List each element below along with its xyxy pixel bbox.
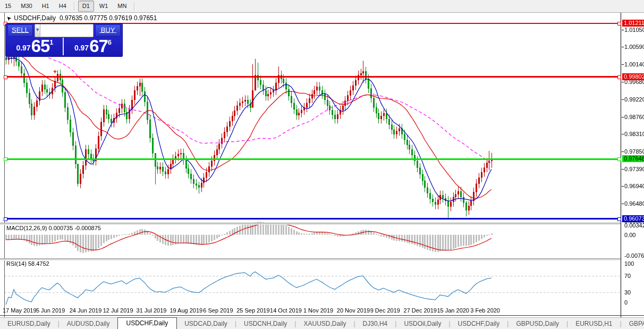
price-axis-label: 1.00140 [624,61,644,68]
date-axis-label: 31 Jul 2019 [137,307,167,314]
sell-price-display: 0.97 65 1 [7,38,64,55]
price-axis-label: 0.97390 [624,166,644,172]
chart-tab-dj30-h4[interactable]: DJ30,H4 [355,318,395,329]
rsi-axis-label: 100 [624,260,634,267]
plot-area [4,13,621,318]
sell-button-label: SELL [12,26,29,34]
chart-tab-audusd-daily[interactable]: AUDUSD,Daily [60,318,117,329]
chart-ohlc: 0.97635 0.97775 0.97619 0.97651 [60,14,157,22]
date-axis-label: 24 Jun 2019 [70,307,102,314]
timeframe-button-w1[interactable]: W1 [95,1,113,12]
volume-control: ▼ ▲ [35,24,94,37]
price-axis-label: 0.96480 [624,200,644,207]
resistance-line-handle[interactable] [4,75,7,79]
chart-bottom-border [0,315,644,316]
price-axis-label: 1.01050 [624,27,644,33]
support-line-handle[interactable] [617,217,621,221]
price-axis[interactable]: 1.010501.005901.001400.996800.992200.987… [621,13,644,318]
chart-tab-eurusd-h1[interactable]: EURUSD,H1 [568,318,620,329]
macd-axis-label: 0.003428 [624,222,644,229]
bid-price-line[interactable] [4,158,621,160]
rsi-axis-label: 30 [624,289,631,296]
bid-price-line-handle[interactable] [617,157,621,161]
timeframe-button-15[interactable]: 15 [1,1,15,12]
date-axis-label: 9 Dec 2019 [370,307,400,314]
timeframe-button-d1[interactable]: D1 [78,1,94,12]
chart-title: ➤ USDCHF,Daily 0.97635 0.97775 0.97619 0… [6,14,157,22]
price-axis-label: 1.00590 [624,44,644,50]
chart-tab-bar: EURUSD,Daily|AUDUSD,DailyUSDCHF,DailyUSD… [0,317,644,329]
volume-input[interactable] [40,24,94,37]
rsi-axis-label: 0 [624,299,628,306]
support-line[interactable] [4,218,621,220]
buy-price-display: 0.97 67 6 [65,38,121,55]
sell-price-prefix: 0.97 [16,44,30,52]
date-axis-label: 19 Aug 2019 [170,307,202,314]
volume-decrease-button[interactable]: ▼ [35,24,40,37]
date-axis-label: 25 Sep 2019 [236,307,269,314]
timeframe-button-m30[interactable]: M30 [16,1,36,12]
price-level-badge: 0.99802 [622,73,644,80]
chart-pointer-icon: ➤ [5,14,13,22]
sell-price-pip: 1 [49,38,53,46]
toolbar-separator [74,2,75,11]
price-level-badge: 0.96073 [622,215,644,222]
cross-marker[interactable]: + [53,68,57,75]
sell-button[interactable]: SELL [7,24,33,37]
date-axis-label: 5 Jun 2019 [36,307,65,314]
resistance-line-upper-handle[interactable] [617,22,621,26]
chart-tab-usdoil-daily[interactable]: USDOil,Daily [396,318,448,329]
resistance-line-handle[interactable] [617,75,621,79]
chart-tab-xauusd-daily[interactable]: XAUUSD,Daily [296,318,353,329]
chart-tab-usdcad-daily[interactable]: USDCAD,Daily [177,318,235,329]
support-line-handle[interactable] [4,217,7,221]
macd-label: MACD(12,26,9) 0.000735 -0.000875 [6,225,101,231]
chart-tab-eurusd-daily[interactable]: EURUSD,Daily [0,318,58,329]
timeframe-button-mn[interactable]: MN [113,1,131,12]
buy-price-big: 67 [89,38,108,54]
sell-price-big: 65 [31,38,50,54]
rsi-pane-separator[interactable] [0,258,621,260]
price-axis-label: 0.99220 [624,96,644,103]
buy-price-prefix: 0.97 [74,44,89,52]
timeframe-toolbar: 15M30H1H4D1W1MN [0,0,644,13]
rsi-label: RSI(14) 58.4752 [6,260,49,267]
timeframe-button-h4[interactable]: H4 [55,1,71,12]
date-axis-label: 20 Nov 2019 [337,307,370,314]
price-axis-label: 0.96940 [624,183,644,189]
rsi-axis-label: 70 [624,273,631,279]
mt4-terminal: 15M30H1H4D1W1MN ➤ USDCHF,Daily 0.97635 0… [0,0,644,329]
trade-panel-row: SELL ▼ ▲ BUY [6,24,122,37]
date-axis-label: 6 Sep 2019 [203,307,233,314]
chart-tab-gbpaud-h1[interactable]: GBPAUD,H1 [622,318,644,329]
price-axis-label: 0.98760 [624,114,644,120]
chart-tab-usdchf-daily[interactable]: USDCHF,Daily [117,317,177,329]
date-axis-label: 17 May 2019 [3,307,37,314]
chart-tab-gbpusd-daily[interactable]: GBPUSD,Daily [509,318,566,329]
date-axis-label: 1 Nov 2019 [303,307,333,314]
date-axis-label: 14 Oct 2019 [270,307,302,314]
chart-symbol: USDCHF,Daily [14,14,56,22]
timeframe-button-h1[interactable]: H1 [38,1,54,12]
chart-window: ➤ USDCHF,Daily 0.97635 0.97775 0.97619 0… [0,13,644,316]
date-axis-label: 12 Jul 2019 [103,307,133,314]
date-axis-label: 3 Feb 2020 [470,307,500,314]
macd-axis-label: 0.00 [624,232,635,238]
buy-price-pip: 6 [108,38,112,46]
date-axis-label: 27 Dec 2019 [404,307,437,314]
toolbar-separator [134,2,135,11]
price-level-badge: 0.97648 [622,155,644,162]
chart-tab-usdchf-daily[interactable]: USDCHF,Daily [451,318,507,329]
resistance-line[interactable] [4,76,621,78]
date-axis[interactable]: 17 May 20195 Jun 201924 Jun 201912 Jul 2… [0,306,644,315]
macd-axis-label: -0.007615 [624,252,644,259]
buy-button-label: BUY [101,26,115,34]
one-click-trade-panel: SELL ▼ ▲ BUY 0.97 65 1 0.97 [5,23,123,57]
date-axis-label: 15 Jan 2020 [437,307,469,314]
price-axis-label: 0.98310 [624,131,644,137]
chart-tab-usdcnh-daily[interactable]: USDCNH,Daily [236,318,294,329]
buy-button[interactable]: BUY [95,24,121,37]
price-level-badge: 1.01211 [622,20,644,27]
bid-price-line-handle[interactable] [4,157,7,161]
price-axis-label: 0.97850 [624,148,644,155]
